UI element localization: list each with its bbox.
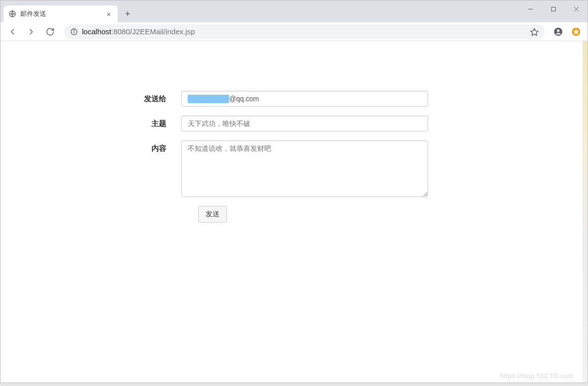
url-text: localhost:8080/J2EEMail/index.jsp — [82, 27, 526, 36]
to-label: 发送给 — [0, 91, 181, 104]
maximize-button[interactable] — [542, 0, 565, 17]
subject-input[interactable] — [181, 116, 428, 131]
url-path: :8080/J2EEMail/index.jsp — [111, 27, 195, 36]
watermark-text: https://blog.51CTO.com — [500, 372, 574, 380]
background-strip — [583, 41, 588, 383]
tab-bar: 邮件发送 × + — [0, 0, 588, 22]
to-redacted-text: ████████ — [188, 95, 229, 103]
close-window-button[interactable] — [565, 0, 588, 17]
to-input[interactable]: ████████@qq.com — [181, 91, 428, 107]
browser-tab[interactable]: 邮件发送 × — [3, 5, 118, 22]
subject-row: 主题 — [0, 116, 588, 131]
minimize-button[interactable] — [519, 0, 542, 17]
svg-point-10 — [557, 29, 559, 32]
tab-title: 邮件发送 — [20, 9, 101, 18]
window-controls — [519, 0, 588, 17]
button-row: 发送 — [198, 206, 588, 223]
profile-avatar-icon[interactable] — [551, 24, 566, 39]
page-content: 发送给 ████████@qq.com 主题 内容 发送 https://blo… — [0, 41, 588, 383]
back-button[interactable] — [4, 24, 20, 40]
content-label: 内容 — [0, 140, 181, 153]
subject-label: 主题 — [0, 116, 181, 129]
svg-point-7 — [74, 30, 74, 30]
content-textarea[interactable] — [181, 140, 428, 197]
bookmark-star-icon[interactable] — [530, 27, 539, 36]
reload-button[interactable] — [42, 24, 58, 40]
close-tab-icon[interactable]: × — [105, 10, 113, 18]
url-host: localhost — [82, 27, 111, 36]
site-info-icon[interactable] — [70, 28, 78, 36]
svg-rect-2 — [551, 7, 555, 11]
to-suffix-text: @qq.com — [229, 95, 259, 103]
to-row: 发送给 ████████@qq.com — [0, 91, 588, 107]
new-tab-button[interactable]: + — [121, 7, 135, 21]
extension-icon[interactable] — [569, 24, 584, 39]
forward-button[interactable] — [23, 24, 39, 40]
send-button[interactable]: 发送 — [198, 206, 227, 223]
content-row: 内容 — [0, 140, 588, 197]
globe-icon — [8, 10, 16, 18]
browser-window: 邮件发送 × + — [0, 0, 588, 383]
svg-marker-8 — [531, 28, 538, 35]
address-bar: localhost:8080/J2EEMail/index.jsp — [0, 22, 588, 41]
url-box[interactable]: localhost:8080/J2EEMail/index.jsp — [64, 24, 545, 39]
